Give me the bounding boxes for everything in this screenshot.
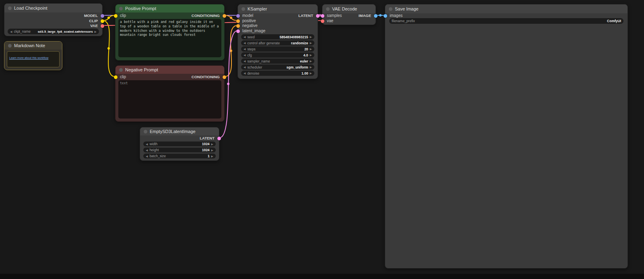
conditioning-output-port[interactable]: [223, 14, 226, 18]
collapse-dot[interactable]: [326, 7, 330, 11]
arrow-left-icon[interactable]: ◀: [244, 35, 246, 38]
wire-dot-clip-positive: [107, 17, 110, 19]
clip-input-port[interactable]: [114, 75, 118, 79]
node-markdown-note-header[interactable]: Markdown Note: [4, 42, 62, 50]
arrow-right-icon[interactable]: ▶: [310, 35, 312, 38]
seed-widget[interactable]: ◀ seed 585483408983215 ▶: [241, 34, 314, 40]
workflow-canvas[interactable]: Load Checkpoint MODEL CLIP VAE ◀ ckpt_na…: [0, 0, 644, 279]
node-empty-sd3-latent-image[interactable]: EmptySD3LatentImage LATENT ◀ width 1024 …: [140, 127, 219, 161]
node-title: Load Checkpoint: [14, 6, 47, 10]
node-ksampler[interactable]: KSampler model positive negative latent_…: [237, 4, 318, 79]
node-load-checkpoint[interactable]: Load Checkpoint MODEL CLIP VAE ◀ ckpt_na…: [4, 3, 103, 36]
arrow-right-icon[interactable]: ▶: [211, 143, 213, 146]
arrow-left-icon[interactable]: ◀: [244, 72, 246, 75]
arrow-left-icon[interactable]: ◀: [146, 143, 148, 146]
widget-value: sd3.5_large_fp8_scaled.safetensors: [38, 30, 93, 33]
wire-dot-positive-conditioning: [230, 17, 232, 19]
node-vae-decode-header[interactable]: VAE Decode: [322, 4, 376, 13]
node-vae-decode[interactable]: VAE Decode samples vae IMAGE: [322, 4, 376, 25]
images-input-port[interactable]: [384, 14, 387, 18]
arrow-left-icon[interactable]: ◀: [10, 30, 12, 33]
positive-prompt-textarea[interactable]: a bottle with a pink and red galaxy insi…: [118, 19, 221, 57]
note-link[interactable]: Learn more about this workflow: [9, 56, 48, 59]
arrow-right-icon[interactable]: ▶: [310, 54, 312, 56]
arrow-left-icon[interactable]: ◀: [244, 54, 246, 56]
collapse-dot[interactable]: [144, 130, 147, 133]
arrow-left-icon[interactable]: ◀: [146, 149, 148, 152]
ckpt-name-widget[interactable]: ◀ ckpt_name sd3.5_large_fp8_scaled.safet…: [8, 29, 99, 34]
node-markdown-note[interactable]: Markdown Note Learn more about this work…: [4, 41, 62, 70]
width-widget[interactable]: ◀ width 1024 ▶: [143, 142, 216, 146]
negative-input-port[interactable]: [236, 24, 240, 28]
widget-value: 20: [304, 47, 308, 51]
batch-size-widget[interactable]: ◀ batch_size 1 ▶: [143, 154, 216, 158]
note-body[interactable]: Learn more about this workflow: [7, 51, 60, 67]
latent-output-port[interactable]: [316, 14, 320, 18]
positive-input-port[interactable]: [236, 19, 240, 23]
denoise-widget[interactable]: ◀ denoise 1.00 ▶: [241, 71, 314, 76]
vae-output-port[interactable]: [101, 24, 104, 28]
widget-label: scheduler: [247, 65, 262, 69]
arrow-left-icon[interactable]: ◀: [244, 42, 246, 44]
node-ksampler-header[interactable]: KSampler: [238, 4, 318, 13]
filename-prefix-widget[interactable]: filename_prefix ComfyUI: [389, 18, 623, 24]
node-empty-latent-header[interactable]: EmptySD3LatentImage: [140, 127, 219, 135]
node-save-image-header[interactable]: Save Image: [385, 4, 627, 13]
node-title: KSampler: [248, 6, 267, 11]
node-positive-prompt[interactable]: Positive Prompt clip CONDITIONING a bott…: [115, 4, 225, 60]
latent-output-label: LATENT: [298, 13, 313, 19]
sampler-name-widget[interactable]: ◀ sampler_name euler ▶: [241, 58, 314, 64]
clip-output-port[interactable]: [101, 19, 104, 23]
cfg-widget[interactable]: ◀ cfg 4.0 ▶: [241, 52, 314, 58]
collapse-dot[interactable]: [242, 7, 245, 11]
conditioning-output-label: CONDITIONING: [192, 13, 220, 19]
arrow-right-icon[interactable]: ▶: [211, 155, 213, 158]
collapse-dot[interactable]: [8, 44, 12, 48]
conditioning-output-port[interactable]: [223, 75, 226, 79]
model-output-port[interactable]: [101, 14, 104, 18]
node-negative-prompt-header[interactable]: Negative Prompt: [116, 66, 224, 74]
wire-dot-image: [379, 14, 382, 17]
scheduler-widget[interactable]: ◀ scheduler sgm_uniform ▶: [241, 65, 314, 70]
model-input-port[interactable]: [236, 14, 240, 18]
node-load-checkpoint-header[interactable]: Load Checkpoint: [4, 4, 102, 12]
node-save-image[interactable]: Save Image images filename_prefix ComfyU…: [385, 4, 628, 269]
negative-prompt-textarea[interactable]: text: [118, 80, 221, 119]
image-output-port[interactable]: [374, 14, 378, 18]
arrow-left-icon[interactable]: ◀: [146, 155, 148, 158]
arrow-right-icon[interactable]: ▶: [95, 30, 97, 33]
node-negative-prompt[interactable]: Negative Prompt clip CONDITIONING text: [115, 65, 225, 122]
control-after-generate-widget[interactable]: ◀ control after generate randomize ▶: [241, 40, 314, 46]
steps-widget[interactable]: ◀ steps 20 ▶: [241, 46, 314, 52]
arrow-right-icon[interactable]: ▶: [310, 72, 312, 75]
arrow-right-icon[interactable]: ▶: [310, 66, 312, 69]
collapse-dot[interactable]: [119, 68, 123, 72]
height-widget[interactable]: ◀ height 1024 ▶: [143, 148, 216, 152]
collapse-dot[interactable]: [119, 7, 123, 10]
arrow-left-icon[interactable]: ◀: [244, 66, 246, 69]
widget-label: denoise: [247, 71, 259, 75]
vae-input-port[interactable]: [321, 19, 324, 23]
clip-input-port[interactable]: [114, 14, 118, 18]
collapse-dot[interactable]: [389, 7, 392, 11]
widget-label: filename_prefix: [392, 19, 415, 23]
arrow-right-icon[interactable]: ▶: [310, 42, 312, 44]
conditioning-output-label: CONDITIONING: [192, 74, 220, 80]
wire-dot-clip-negative: [107, 47, 110, 50]
widget-label: sampler_name: [247, 59, 270, 63]
latent-output-port[interactable]: [217, 137, 221, 140]
clip-input-label: clip: [120, 13, 126, 19]
widget-value: sgm_uniform: [287, 65, 308, 69]
arrow-right-icon[interactable]: ▶: [211, 149, 213, 152]
widget-label: steps: [247, 47, 255, 51]
arrow-right-icon[interactable]: ▶: [310, 48, 312, 50]
collapse-dot[interactable]: [8, 6, 12, 10]
latent-image-input-port[interactable]: [236, 29, 240, 33]
arrow-right-icon[interactable]: ▶: [310, 60, 312, 62]
samples-input-port[interactable]: [321, 14, 324, 18]
image-output-label: IMAGE: [359, 13, 371, 19]
node-positive-prompt-header[interactable]: Positive Prompt: [116, 4, 224, 12]
arrow-left-icon[interactable]: ◀: [244, 48, 246, 50]
arrow-left-icon[interactable]: ◀: [244, 60, 246, 62]
vae-input-label: vae: [327, 18, 333, 24]
